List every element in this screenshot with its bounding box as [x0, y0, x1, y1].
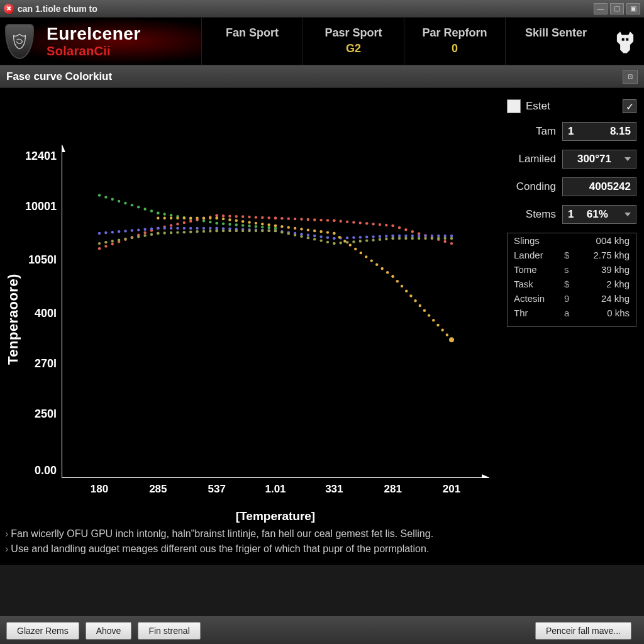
- svg-point-247: [215, 230, 218, 232]
- tab-label: Skill Senter: [506, 26, 606, 40]
- svg-point-228: [104, 241, 107, 243]
- stat-cur: [564, 235, 577, 246]
- tab-skill-senter[interactable]: Skill Senter: [505, 18, 606, 65]
- svg-point-283: [431, 237, 433, 240]
- setting-input[interactable]: 4005242: [562, 177, 636, 196]
- svg-point-154: [359, 236, 362, 238]
- svg-point-186: [255, 222, 257, 225]
- svg-rect-1: [626, 38, 628, 40]
- chevron-down-icon: [625, 157, 631, 161]
- svg-point-191: [280, 225, 283, 228]
- svg-point-148: [326, 236, 329, 238]
- tab-fan-sport[interactable]: Fan Sport: [201, 18, 303, 65]
- setting-input[interactable]: 300°71: [562, 150, 636, 169]
- svg-point-169: [450, 235, 453, 237]
- svg-point-72: [228, 214, 231, 217]
- svg-point-124: [183, 227, 186, 230]
- svg-point-198: [326, 231, 329, 233]
- maximize-button[interactable]: ▢: [610, 3, 624, 14]
- svg-point-28: [150, 209, 153, 212]
- tab-par-repforn[interactable]: Par Repforn 0: [404, 18, 505, 65]
- x-tick: 331: [315, 483, 353, 496]
- stat-row: Task$2 khg: [508, 277, 636, 291]
- svg-point-40: [215, 222, 218, 225]
- svg-point-76: [255, 216, 257, 218]
- svg-point-21: [104, 196, 107, 198]
- svg-point-88: [326, 219, 329, 221]
- stat-val: 39 khg: [577, 264, 630, 275]
- stat-row: Actesin924 khg: [508, 291, 636, 306]
- svg-point-183: [235, 219, 238, 222]
- nav-tabs: Fan Sport Pasr Sport G2 Par Repforn 0 Sk…: [201, 18, 606, 65]
- svg-point-123: [176, 227, 179, 230]
- minimize-button[interactable]: —: [594, 3, 608, 14]
- svg-point-25: [131, 204, 133, 206]
- svg-point-174: [183, 217, 186, 219]
- svg-point-102: [404, 228, 407, 231]
- tab-pasr-sport[interactable]: Pasr Sport G2: [303, 18, 404, 65]
- svg-point-261: [300, 235, 303, 238]
- setting-row: Lamiled300°71: [507, 150, 636, 169]
- fin-strenal-button[interactable]: Fin strenal: [138, 622, 200, 640]
- setting-input[interactable]: 161%: [562, 205, 636, 224]
- stat-row: Slings004 khg: [508, 233, 636, 248]
- note-line: ›Fan wicerlly OFU GPU inch intonlg, haln…: [5, 528, 639, 540]
- setting-input[interactable]: 18.15: [562, 122, 636, 141]
- svg-marker-5: [482, 474, 489, 478]
- svg-point-237: [157, 232, 159, 235]
- estet-checkbox[interactable]: [507, 99, 521, 113]
- penceir-fall-mave-button[interactable]: Penceir fall mave...: [535, 622, 631, 640]
- chevron-down-icon: [625, 213, 631, 216]
- svg-point-255: [267, 230, 270, 232]
- svg-point-272: [365, 239, 368, 242]
- svg-point-222: [436, 324, 439, 326]
- svg-point-226: [449, 337, 454, 342]
- svg-point-127: [203, 227, 205, 230]
- svg-point-197: [319, 230, 322, 233]
- svg-point-171: [164, 217, 166, 219]
- svg-point-27: [143, 208, 146, 210]
- close-button[interactable]: ▣: [626, 3, 640, 14]
- y-tick: 10001: [19, 200, 57, 213]
- svg-point-47: [261, 226, 264, 228]
- svg-point-165: [424, 235, 426, 237]
- x-tick: 1.01: [257, 483, 294, 496]
- svg-point-232: [131, 236, 133, 239]
- svg-point-194: [300, 228, 303, 230]
- tab-value: G2: [303, 42, 404, 55]
- svg-point-168: [443, 235, 446, 237]
- svg-point-220: [428, 314, 430, 316]
- svg-point-184: [242, 220, 244, 223]
- brand-line2: SolaranCii: [47, 44, 141, 58]
- svg-point-22: [111, 198, 114, 201]
- brand-text: Eurelcener SolaranCii: [47, 25, 141, 58]
- footer: Glazer Rems Ahove Fin strenal Penceir fa…: [0, 616, 644, 644]
- setting-label: Conding: [507, 180, 562, 193]
- svg-point-41: [222, 223, 225, 225]
- svg-point-115: [131, 229, 133, 231]
- tab-label: Par Repforn: [404, 26, 505, 40]
- svg-point-78: [267, 216, 270, 219]
- svg-point-202: [343, 240, 346, 242]
- estet-check-icon[interactable]: ✓: [623, 99, 636, 113]
- svg-point-44: [242, 224, 244, 226]
- x-tick: 281: [374, 483, 412, 496]
- setting-v1: 1: [568, 208, 574, 221]
- svg-point-280: [411, 237, 414, 240]
- svg-point-116: [137, 228, 140, 231]
- svg-point-84: [300, 218, 303, 220]
- x-tick: 201: [433, 483, 470, 496]
- stat-cur: s: [564, 264, 577, 275]
- setting-label: Stems: [507, 208, 562, 221]
- svg-point-150: [333, 237, 335, 240]
- expand-button[interactable]: ⊡: [623, 70, 638, 84]
- svg-point-109: [450, 242, 453, 245]
- svg-point-223: [441, 329, 443, 331]
- window-controls: — ▢ ▣: [594, 3, 640, 14]
- glazer-rems-button[interactable]: Glazer Rems: [6, 622, 79, 640]
- svg-point-208: [375, 264, 378, 266]
- svg-point-240: [176, 231, 179, 233]
- ahove-button[interactable]: Ahove: [86, 622, 132, 640]
- setting-label: Lamiled: [507, 153, 562, 165]
- svg-point-212: [391, 275, 394, 277]
